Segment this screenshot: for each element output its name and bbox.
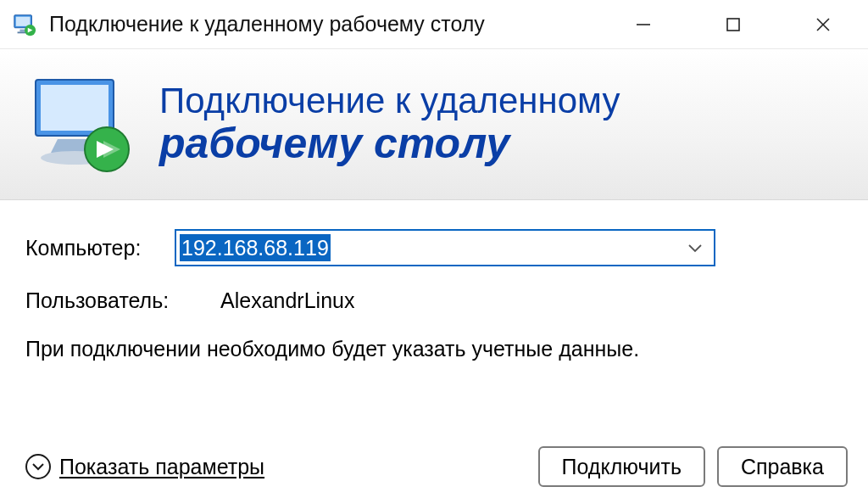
maximize-button[interactable] — [688, 0, 778, 48]
banner-line1: Подключение к удаленному — [159, 81, 620, 120]
user-row: Пользователь: AlexandrLinux — [25, 288, 843, 313]
computer-value: 192.168.68.119 — [180, 234, 331, 261]
footer: Показать параметры Подключить Справка — [0, 435, 868, 498]
user-label: Пользователь: — [25, 288, 175, 313]
banner-text: Подключение к удаленному рабочему столу — [159, 81, 620, 167]
titlebar: Подключение к удаленному рабочему столу — [0, 0, 868, 49]
close-button[interactable] — [778, 0, 868, 48]
minimize-button[interactable] — [598, 0, 688, 48]
computer-combobox[interactable]: 192.168.68.119 — [175, 229, 715, 266]
chevron-down-icon[interactable] — [683, 242, 707, 254]
user-value: AlexandrLinux — [220, 288, 354, 313]
connect-button-label: Подключить — [562, 455, 682, 479]
window-title: Подключение к удаленному рабочему столу — [49, 12, 598, 36]
computer-label: Компьютер: — [25, 236, 175, 260]
show-options-label: Показать параметры — [59, 455, 264, 479]
svg-rect-6 — [727, 19, 739, 31]
svg-rect-10 — [41, 85, 108, 131]
banner-line2: рабочему столу — [159, 120, 620, 167]
body: Компьютер: 192.168.68.119 Пользователь: … — [0, 200, 868, 364]
window-controls — [598, 0, 868, 48]
help-button-label: Справка — [741, 455, 824, 479]
chevron-down-circle-icon — [25, 454, 51, 479]
show-options-toggle[interactable]: Показать параметры — [25, 454, 264, 479]
connect-button[interactable]: Подключить — [538, 446, 705, 487]
credentials-hint: При подключении необходимо будет указать… — [25, 335, 687, 364]
help-button[interactable]: Справка — [717, 446, 848, 487]
computer-row: Компьютер: 192.168.68.119 — [25, 229, 843, 266]
svg-rect-1 — [16, 16, 31, 25]
rdp-banner-icon — [25, 70, 136, 180]
rdp-icon — [12, 12, 37, 37]
banner: Подключение к удаленному рабочему столу — [0, 49, 868, 200]
